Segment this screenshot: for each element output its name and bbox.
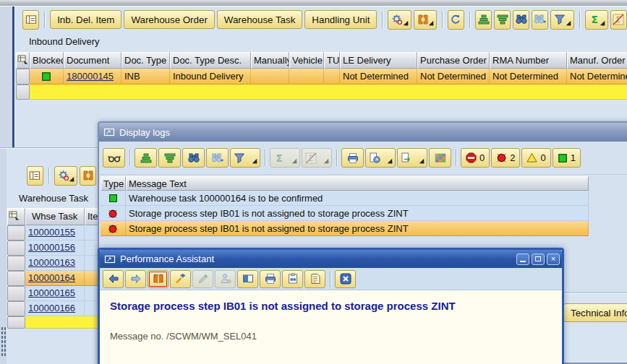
settings-button[interactable] bbox=[388, 10, 411, 30]
column-header-doc-type[interactable]: Doc. Type bbox=[121, 52, 170, 69]
subtotal-button[interactable] bbox=[302, 148, 332, 168]
whse-task-link[interactable]: 100000155 bbox=[28, 227, 75, 238]
maximize-button[interactable] bbox=[532, 254, 545, 265]
column-header-message-text[interactable]: Message Text bbox=[126, 176, 589, 191]
row-selector[interactable] bbox=[7, 301, 25, 316]
choose-layout-button[interactable] bbox=[414, 10, 437, 30]
sort-ascending-button[interactable] bbox=[475, 10, 492, 30]
sort-descending-button[interactable] bbox=[494, 10, 511, 30]
technical-settings-button[interactable] bbox=[170, 270, 191, 288]
column-header-purchase-order[interactable]: Purchase Order bbox=[417, 52, 490, 69]
sum-button[interactable] bbox=[270, 148, 300, 168]
find-next-button[interactable] bbox=[206, 148, 229, 168]
forward-button[interactable] bbox=[125, 270, 146, 288]
print-button[interactable] bbox=[341, 148, 364, 168]
message-row[interactable]: Warehouse task 100000164 is to be confir… bbox=[101, 191, 589, 206]
message-row-selected[interactable]: Storage process step IB01 is not assigne… bbox=[101, 221, 589, 236]
row-selector[interactable] bbox=[7, 256, 25, 271]
warehouse-order-button[interactable]: Warehouse Order bbox=[124, 10, 214, 29]
column-header-manuf-order[interactable]: Manuf. Order bbox=[567, 52, 627, 69]
inbound-delivery-row[interactable]: 180000145 INB Inbound Delivery Not Deter… bbox=[16, 69, 627, 84]
row-selector[interactable] bbox=[7, 271, 25, 286]
stop-messages-button[interactable]: 0 bbox=[461, 148, 490, 168]
row-selector[interactable] bbox=[7, 225, 25, 240]
row-selector[interactable] bbox=[7, 286, 25, 301]
whse-task-link[interactable]: 100000163 bbox=[28, 257, 75, 268]
column-header-vehicle[interactable]: Vehicle bbox=[289, 52, 324, 69]
cell-whse-task: 100000163 bbox=[25, 256, 85, 271]
column-header-whse-task[interactable]: Whse Task bbox=[25, 208, 85, 225]
performance-assistant-title-bar[interactable]: Performance Assistant × bbox=[100, 250, 562, 268]
dropdown-arrow-icon bbox=[388, 159, 392, 163]
find-button[interactable] bbox=[513, 10, 529, 30]
error-messages-button[interactable]: 2 bbox=[491, 148, 520, 168]
row-selector[interactable] bbox=[7, 240, 25, 256]
log-button[interactable] bbox=[304, 270, 325, 288]
select-all-button[interactable] bbox=[7, 208, 25, 225]
filter-button[interactable] bbox=[550, 10, 573, 30]
sort-descending-button[interactable] bbox=[158, 148, 181, 168]
warehouse-task-button[interactable]: Warehouse Task bbox=[217, 10, 303, 29]
sum-button[interactable] bbox=[585, 10, 608, 30]
find-next-icon bbox=[534, 14, 546, 25]
documentation-button[interactable] bbox=[148, 270, 169, 288]
sort-ascending-button[interactable] bbox=[135, 148, 157, 168]
success-messages-button[interactable]: 1 bbox=[553, 148, 581, 168]
refresh-button[interactable] bbox=[448, 10, 464, 30]
copy-find-button[interactable] bbox=[282, 270, 303, 288]
table-settings-button[interactable] bbox=[22, 10, 39, 30]
table-settings-button[interactable] bbox=[27, 166, 43, 186]
authorizations-button[interactable] bbox=[215, 270, 236, 288]
warning-messages-button[interactable]: 0 bbox=[521, 148, 550, 168]
print-button[interactable] bbox=[260, 270, 281, 288]
whse-task-link[interactable]: 100000165 bbox=[28, 287, 75, 298]
whse-task-link[interactable]: 100000164 bbox=[28, 272, 75, 283]
find-next-button[interactable] bbox=[532, 10, 548, 30]
settings-icon bbox=[58, 170, 69, 181]
export-button[interactable] bbox=[397, 148, 427, 168]
column-header-type[interactable]: Type bbox=[101, 176, 126, 191]
layout-grid-button[interactable] bbox=[429, 148, 451, 168]
find-button[interactable] bbox=[182, 148, 205, 168]
column-header-blocked[interactable]: Blocked bbox=[30, 52, 64, 69]
document-link[interactable]: 180000145 bbox=[67, 71, 114, 82]
column-header-manually[interactable]: Manually bbox=[251, 52, 289, 69]
inb-del-item-button[interactable]: Inb. Del. Item bbox=[50, 10, 121, 29]
settings-button[interactable] bbox=[54, 166, 77, 186]
details-button[interactable] bbox=[103, 148, 125, 168]
subtotal-button[interactable] bbox=[610, 10, 627, 30]
glossary-button[interactable] bbox=[237, 270, 258, 288]
sum-icon bbox=[273, 152, 285, 164]
column-header-tu[interactable]: TU bbox=[324, 52, 340, 69]
warning-icon bbox=[526, 152, 537, 163]
column-header-doc-type-desc[interactable]: Doc. Type Desc. bbox=[170, 52, 251, 69]
cell-message-type bbox=[101, 206, 126, 221]
inbound-delivery-table: Blocked Document Doc. Type Doc. Type Des… bbox=[16, 52, 627, 100]
minimize-button[interactable] bbox=[516, 254, 529, 265]
whse-task-link[interactable]: 100000156 bbox=[28, 242, 75, 253]
select-all-button[interactable] bbox=[16, 52, 30, 69]
column-header-le-delivery[interactable]: LE Delivery bbox=[340, 52, 417, 69]
row-selector[interactable] bbox=[16, 84, 30, 100]
column-header-document[interactable]: Document bbox=[64, 52, 121, 69]
back-button[interactable] bbox=[103, 270, 124, 288]
whse-task-link[interactable]: 100000166 bbox=[28, 303, 75, 313]
choose-layout-button[interactable] bbox=[80, 166, 96, 186]
edit-button[interactable] bbox=[192, 270, 213, 288]
dropdown-arrow-icon bbox=[419, 159, 424, 163]
close-button[interactable]: × bbox=[547, 254, 560, 265]
technical-information-button[interactable]: Technical Infor bbox=[563, 303, 627, 322]
splitter-handle[interactable] bbox=[1, 326, 6, 357]
inbound-delivery-empty-row[interactable] bbox=[16, 84, 627, 100]
filter-button[interactable] bbox=[230, 148, 260, 168]
forward-icon bbox=[130, 273, 142, 285]
handling-unit-button[interactable]: Handling Unit bbox=[304, 10, 377, 29]
message-row[interactable]: Storage process step IB01 is not assigne… bbox=[101, 206, 589, 221]
views-button[interactable] bbox=[365, 148, 396, 168]
row-selector[interactable] bbox=[16, 69, 30, 84]
row-selector[interactable] bbox=[7, 316, 25, 329]
close-window-button[interactable] bbox=[335, 270, 356, 288]
column-header-rma-number[interactable]: RMA Number bbox=[490, 52, 567, 69]
display-logs-title-bar[interactable]: Display logs bbox=[99, 123, 627, 142]
select-all-icon bbox=[17, 54, 29, 66]
